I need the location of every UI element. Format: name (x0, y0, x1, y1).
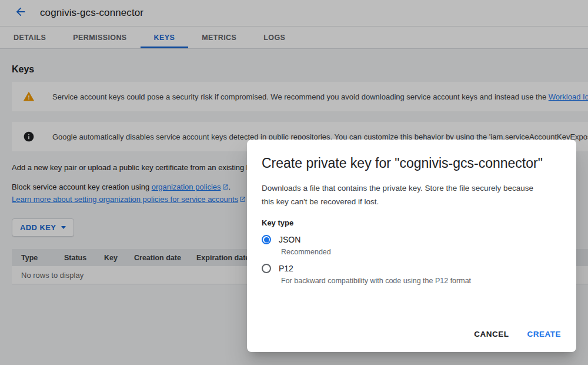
dialog-description: Downloads a file that contains the priva… (262, 181, 533, 208)
radio-p12-description: For backward compatibility with code usi… (281, 277, 560, 285)
create-button[interactable]: CREATE (527, 330, 561, 339)
radio-json-label: JSON (279, 235, 300, 244)
create-private-key-dialog: Create private key for "cognivis-gcs-con… (247, 140, 576, 352)
dialog-actions: CANCEL CREATE (474, 330, 561, 339)
dialog-title: Create private key for "cognivis-gcs-con… (262, 155, 560, 171)
radio-selected-icon (262, 235, 271, 244)
radio-p12-label: P12 (279, 264, 293, 273)
radio-option-json[interactable]: JSON (262, 235, 560, 244)
key-type-label: Key type (262, 218, 560, 227)
radio-option-p12[interactable]: P12 (262, 264, 560, 273)
radio-json-description: Recommended (281, 248, 560, 256)
radio-unselected-icon (262, 264, 271, 273)
cancel-button[interactable]: CANCEL (474, 330, 509, 339)
